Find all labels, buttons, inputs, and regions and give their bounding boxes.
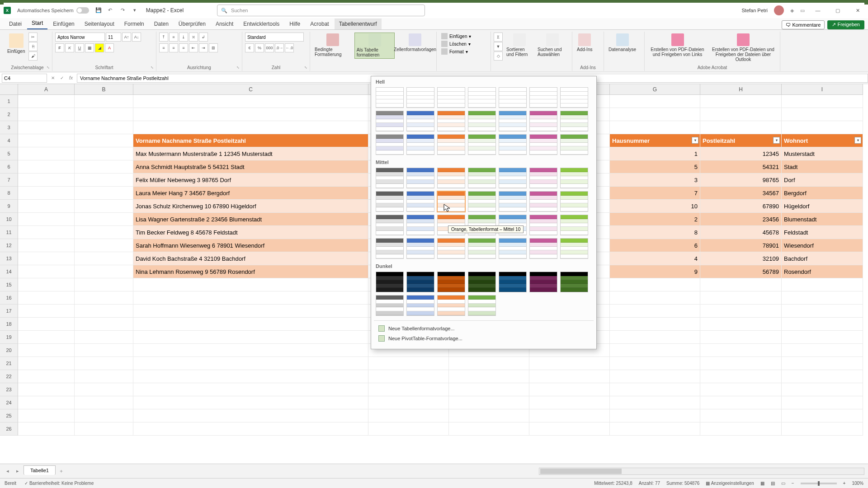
tab-data[interactable]: Daten <box>150 19 173 29</box>
increase-font-icon[interactable]: A↑ <box>122 33 131 42</box>
paste-button[interactable]: Einfügen <box>5 33 27 55</box>
table-style-swatch[interactable] <box>468 134 496 155</box>
table-style-swatch[interactable] <box>437 87 465 108</box>
cell[interactable] <box>782 95 863 108</box>
table-style-swatch[interactable] <box>560 191 588 212</box>
decrease-decimal-icon[interactable]: ←.0 <box>285 43 294 52</box>
cell[interactable]: Rosendorf <box>782 265 863 278</box>
cell[interactable] <box>75 331 133 344</box>
filter-dropdown-icon[interactable]: ▾ <box>773 137 780 144</box>
ribbon-options-icon[interactable]: ▭ <box>800 8 805 14</box>
cell[interactable]: 45678 <box>700 226 782 239</box>
row-header[interactable]: 6 <box>0 160 18 174</box>
cell[interactable]: 7 <box>610 187 700 200</box>
row-header[interactable]: 4 <box>0 134 18 147</box>
align-bottom-icon[interactable]: ⤓ <box>179 33 188 42</box>
cell[interactable]: Blumenstadt <box>782 213 863 226</box>
row-header[interactable]: 1 <box>0 95 18 108</box>
table-style-swatch[interactable] <box>437 134 465 155</box>
user-name[interactable]: Stefan Petri <box>742 8 768 13</box>
select-all-corner[interactable] <box>0 84 18 95</box>
cell[interactable]: 67890 <box>700 200 782 213</box>
row-header[interactable]: 8 <box>0 187 18 200</box>
cell[interactable] <box>133 121 368 134</box>
cell[interactable] <box>75 213 133 226</box>
cell[interactable] <box>18 108 75 121</box>
cell[interactable] <box>18 278 75 291</box>
table-style-swatch[interactable] <box>468 111 496 131</box>
cell[interactable] <box>700 396 782 409</box>
cell[interactable] <box>133 95 368 108</box>
table-style-swatch[interactable] <box>406 134 434 155</box>
cell[interactable] <box>610 318 700 331</box>
cell[interactable]: 4 <box>610 252 700 265</box>
table-style-swatch[interactable] <box>406 295 434 316</box>
table-style-swatch[interactable] <box>406 238 434 259</box>
display-settings-button[interactable]: ▦ Anzeigeeinstellungen <box>706 481 754 486</box>
minimize-button[interactable]: — <box>811 4 825 17</box>
cell[interactable] <box>18 147 75 160</box>
cell[interactable]: 10 <box>610 200 700 213</box>
cell[interactable] <box>18 134 75 147</box>
format-as-table-button[interactable]: Als Tabelle formatieren <box>354 33 395 59</box>
table-style-swatch[interactable] <box>406 215 434 235</box>
cell[interactable]: 98765 <box>700 174 782 187</box>
name-box[interactable]: C4 <box>2 74 47 83</box>
row-header[interactable]: 19 <box>0 331 18 344</box>
cell[interactable]: Wohnort▾ <box>782 134 863 147</box>
cell[interactable] <box>700 422 782 436</box>
table-style-swatch[interactable] <box>376 191 404 212</box>
cell[interactable] <box>18 95 75 108</box>
table-style-swatch[interactable] <box>376 215 404 235</box>
table-style-swatch[interactable] <box>499 111 527 131</box>
cell[interactable] <box>18 422 75 436</box>
cell[interactable] <box>529 396 610 409</box>
cell[interactable] <box>75 200 133 213</box>
align-top-icon[interactable]: ⤒ <box>159 33 168 42</box>
cells-format-button[interactable]: Format ▾ <box>439 48 473 55</box>
cell[interactable] <box>18 121 75 134</box>
cell[interactable] <box>133 305 368 318</box>
table-style-swatch[interactable] <box>468 87 496 108</box>
cell[interactable] <box>700 344 782 357</box>
cell[interactable] <box>75 422 133 436</box>
tab-insert[interactable]: Einfügen <box>48 19 79 29</box>
format-painter-icon[interactable]: 🖌 <box>28 52 38 61</box>
table-style-swatch[interactable] <box>499 191 527 212</box>
cell[interactable] <box>133 291 368 305</box>
cell[interactable] <box>18 200 75 213</box>
cell[interactable] <box>610 278 700 291</box>
new-pivot-style-link[interactable]: Neue PivotTable-Formatvorlage... <box>376 333 592 343</box>
cell[interactable]: Bergdorf <box>782 187 863 200</box>
cell[interactable] <box>75 121 133 134</box>
table-style-swatch[interactable] <box>529 134 557 155</box>
cell[interactable] <box>18 370 75 383</box>
percent-icon[interactable]: % <box>255 43 264 52</box>
cell[interactable] <box>18 226 75 239</box>
cell[interactable]: 8 <box>610 226 700 239</box>
cell[interactable]: 32109 <box>700 252 782 265</box>
cell[interactable] <box>75 318 133 331</box>
cell[interactable]: 5 <box>610 160 700 174</box>
find-select-button[interactable]: Suchen und Auswählen <box>536 33 569 58</box>
bold-button[interactable]: F <box>55 43 64 52</box>
cell[interactable] <box>18 160 75 174</box>
view-break-icon[interactable]: ▭ <box>781 481 785 486</box>
cell[interactable] <box>610 108 700 121</box>
column-header-I[interactable]: I <box>782 84 863 95</box>
table-style-swatch[interactable] <box>376 111 404 131</box>
row-header[interactable]: 24 <box>0 396 18 409</box>
cell[interactable]: Bachdorf <box>782 252 863 265</box>
cell[interactable]: Feldstadt <box>782 226 863 239</box>
cell[interactable] <box>700 409 782 422</box>
cell[interactable]: 1 <box>610 147 700 160</box>
clear-icon[interactable]: ◇ <box>494 52 503 61</box>
cell[interactable] <box>133 278 368 291</box>
launcher-icon[interactable]: ⤡ <box>304 66 309 70</box>
cut-icon[interactable]: ✂ <box>28 33 38 42</box>
cell[interactable]: Wiesendorf <box>782 239 863 252</box>
table-style-swatch[interactable] <box>560 111 588 131</box>
cell[interactable] <box>18 239 75 252</box>
table-style-swatch[interactable] <box>406 272 434 292</box>
cell[interactable] <box>368 409 449 422</box>
